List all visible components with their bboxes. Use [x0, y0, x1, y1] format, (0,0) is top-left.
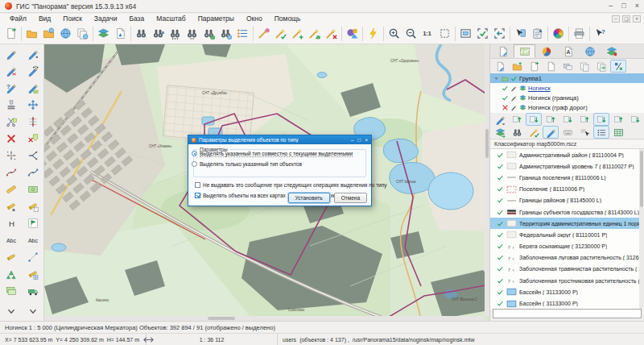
fit-frame-button[interactable] [436, 25, 453, 43]
move-object-button[interactable] [23, 97, 43, 112]
map-vscroll-thumb[interactable] [485, 129, 489, 158]
classifier-scrollbar[interactable] [639, 149, 644, 310]
menu-4[interactable]: База [129, 15, 144, 23]
topology-fork-button[interactable] [23, 148, 43, 163]
legend-flask-button[interactable] [112, 25, 129, 43]
copy-map-1-button[interactable] [576, 60, 592, 73]
classifier-item[interactable]: Поселение ( 81110006 P) [490, 184, 639, 195]
classifier-item[interactable]: Граница поселения ( 81110006 L) [490, 172, 639, 183]
tree-group-row[interactable]: Группа1 [490, 73, 644, 83]
tab-fonts[interactable]: A [557, 44, 579, 58]
order-6-button[interactable] [593, 113, 609, 126]
apply-check-button[interactable] [474, 25, 491, 43]
tab-layers[interactable] [601, 44, 622, 58]
color-wheel-button[interactable] [550, 25, 567, 43]
apply-button[interactable]: Установить [288, 193, 330, 203]
classifier-item[interactable]: Берега осыхающие ( 31230000 P) [490, 241, 639, 252]
copy-map-button[interactable] [74, 25, 91, 43]
pencil-help-button[interactable]: ? [2, 80, 21, 95]
mdi-restore-button[interactable]: ❏ [622, 15, 630, 23]
view-frame-button[interactable] [457, 25, 474, 43]
cut-fragment-button[interactable] [2, 114, 21, 129]
select-clear-button[interactable] [323, 25, 340, 43]
tab-map-view[interactable] [514, 44, 535, 58]
list-view-button[interactable] [593, 126, 609, 139]
print-button[interactable] [571, 25, 588, 43]
text-abc-2-button[interactable]: Abc [23, 232, 43, 247]
pen-dropdown-button[interactable] [492, 113, 508, 126]
binoculars-button[interactable] [509, 126, 525, 139]
classifier-item[interactable]: Границы субъектов государства ( 81143000… [490, 206, 639, 218]
mdi-close-button[interactable]: × [633, 15, 641, 23]
pencil-style-button[interactable] [23, 80, 43, 95]
pencil-cut-button[interactable] [2, 63, 21, 78]
order-8-button[interactable] [627, 113, 643, 126]
ruler-edit-button[interactable] [2, 181, 21, 197]
tab-chart[interactable] [535, 44, 557, 58]
menu-6[interactable]: Параметры [198, 15, 234, 23]
select-pink-button[interactable] [255, 25, 272, 43]
spline-smooth-button[interactable] [2, 164, 21, 180]
select-area-button[interactable] [306, 25, 323, 43]
pencil-modify-button[interactable] [23, 46, 43, 61]
text-h-button[interactable]: H [2, 215, 21, 231]
zoom-out-button[interactable] [402, 25, 419, 43]
order-3-button[interactable] [543, 113, 559, 126]
open-folder-button[interactable] [23, 25, 40, 43]
find-button[interactable] [133, 25, 150, 43]
order-2-button[interactable] [526, 113, 542, 126]
chevron-down-button[interactable] [2, 303, 21, 318]
flag-point-button[interactable] [23, 215, 43, 231]
fraction-toggle-button[interactable] [610, 60, 626, 73]
find-list-button[interactable] [234, 25, 251, 43]
pencil-spline-button[interactable] [23, 63, 43, 78]
text-abc-button[interactable]: Abc [2, 232, 21, 247]
pyramid-3d-button[interactable] [2, 266, 21, 281]
find-next-button[interactable] [184, 25, 200, 43]
window-minimize-button[interactable]: – [609, 2, 613, 10]
classifier-item[interactable]: Заболоченная луговая растительность ( 31… [490, 252, 639, 264]
crosshair-precision-button[interactable] [2, 148, 21, 163]
menu-7[interactable]: Окно [246, 15, 262, 23]
dialog-titlebar[interactable]: Параметры выделения объектов по типу – □… [188, 135, 371, 144]
window-maximize-button[interactable]: □ [621, 2, 625, 10]
classifier-item[interactable]: Бассейн ( 31133000 P) [490, 297, 639, 309]
order-5-button[interactable] [576, 113, 592, 126]
highlight-attr-button[interactable]: a [2, 198, 21, 214]
folder-add-button[interactable] [509, 60, 525, 73]
mdi-minimize-button[interactable]: – [612, 15, 620, 23]
classifier-item[interactable]: Заболоченная травянистая растительность … [490, 264, 639, 275]
classifier-item[interactable]: Границы районов ( 81145000 L) [490, 195, 639, 206]
find-area-button[interactable] [200, 25, 217, 43]
spline-edit-button[interactable] [23, 164, 43, 180]
doc-add-button[interactable] [526, 60, 542, 73]
layers-button[interactable] [95, 25, 112, 43]
menu-0[interactable]: Файл [10, 15, 27, 23]
measure-length-button[interactable] [23, 249, 43, 264]
dialog-close-button[interactable]: × [365, 137, 368, 143]
layers-go-button[interactable] [492, 126, 508, 139]
radio-option-1[interactable]: Выделять только указанный тип объектов [192, 159, 369, 169]
pointer-panel-button[interactable] [512, 25, 529, 43]
truck-route-button[interactable] [23, 283, 43, 298]
select-check-button[interactable] [272, 25, 289, 43]
stamp-objects-button[interactable] [2, 97, 21, 112]
cancel-button[interactable]: Отмена [334, 193, 367, 203]
classifier-item[interactable]: Федеральный округ ( 81110001 P) [490, 229, 639, 240]
status-view-scale[interactable]: 1 : 36 112 [147, 334, 278, 345]
props-clipboard-button[interactable]: a [529, 25, 546, 43]
cards-button[interactable] [559, 60, 576, 73]
keyboard-button[interactable] [559, 126, 576, 139]
order-4-button[interactable] [559, 113, 576, 126]
pencil-create-button[interactable] [2, 46, 21, 61]
area-calc-button[interactable] [23, 181, 43, 197]
back-arrow-button[interactable] [491, 25, 508, 43]
classifier-item[interactable]: Заболоченная тростниковая растительность… [490, 275, 639, 286]
order-7-button[interactable] [610, 113, 626, 126]
delete-object-button[interactable] [2, 131, 21, 146]
tab-compose[interactable] [492, 44, 514, 58]
find-more-button[interactable] [167, 25, 184, 43]
dialog-maximize-button[interactable]: □ [357, 137, 361, 143]
align-nodes-button[interactable] [23, 114, 43, 129]
highlight-frame-button[interactable] [23, 198, 43, 214]
